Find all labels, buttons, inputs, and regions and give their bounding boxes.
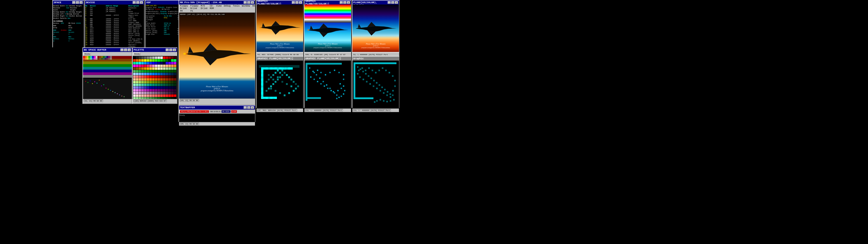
palette-color-144[interactable]	[133, 81, 135, 83]
palette-color-14[interactable]	[171, 57, 174, 59]
palette-color-153[interactable]	[158, 81, 160, 83]
palette-color-38[interactable]	[149, 62, 152, 64]
device-maximize-button[interactable]: □	[136, 1, 140, 4]
space-close-button[interactable]: ✕	[80, 1, 83, 4]
menu-debug[interactable]: Debug	[224, 5, 230, 12]
palette-color-131[interactable]	[141, 78, 144, 81]
palette-color-111[interactable]	[174, 73, 176, 75]
palette-color-40[interactable]	[155, 62, 157, 64]
palette-color-219[interactable]	[163, 92, 165, 94]
palette-color-181[interactable]	[147, 86, 149, 89]
palette-color-155[interactable]	[163, 81, 165, 83]
palette-color-235[interactable]	[163, 94, 165, 97]
palette-color-23[interactable]	[152, 59, 155, 62]
palette-color-221[interactable]	[168, 92, 171, 94]
palette-color-1[interactable]	[136, 57, 138, 59]
palette-color-44[interactable]	[166, 62, 168, 64]
palette-color-12[interactable]	[166, 57, 168, 59]
palette-color-249[interactable]	[158, 97, 160, 99]
graphic2-maximize-button[interactable]: □	[343, 1, 346, 4]
palette-color-70[interactable]	[149, 67, 152, 70]
palette-color-34[interactable]	[138, 62, 141, 64]
palette-color-116[interactable]	[144, 75, 147, 78]
palette-color-232[interactable]	[155, 94, 157, 97]
palette-color-60[interactable]	[166, 65, 168, 67]
palette-color-134[interactable]	[149, 78, 152, 81]
palette-color-122[interactable]	[160, 75, 163, 78]
palette-color-197[interactable]	[147, 89, 149, 92]
palette-color-11[interactable]	[163, 57, 165, 59]
palette-color-26[interactable]	[160, 59, 163, 62]
palette-color-96[interactable]	[133, 73, 135, 75]
palette-color-139[interactable]	[163, 78, 165, 81]
palette-color-48[interactable]	[133, 65, 135, 67]
palette-color-3[interactable]	[141, 57, 144, 59]
palette-color-76[interactable]	[166, 67, 168, 70]
palette-color-190[interactable]	[171, 86, 174, 89]
palette-color-121[interactable]	[158, 75, 160, 78]
palette-color-25[interactable]	[158, 59, 160, 62]
palette-color-175[interactable]	[174, 84, 176, 86]
menu-modrive[interactable]: M/O Drive	[201, 5, 208, 12]
palette-color-213[interactable]	[147, 92, 149, 94]
palette-color-129[interactable]	[136, 78, 138, 81]
palette-color-236[interactable]	[166, 94, 168, 97]
mrpro-close-button[interactable]: ✕	[251, 1, 254, 4]
palette-color-168[interactable]	[155, 84, 157, 86]
palette-color-102[interactable]	[149, 73, 152, 75]
palette-color-90[interactable]	[160, 70, 163, 72]
palette-color-245[interactable]	[147, 97, 149, 99]
palette-color-191[interactable]	[174, 86, 176, 89]
palette-color-28[interactable]	[166, 59, 168, 62]
palette-color-163[interactable]	[141, 84, 144, 86]
textbuffer-minimize-button[interactable]: _	[244, 106, 247, 109]
palette-color-52[interactable]	[144, 65, 147, 67]
palette-color-69[interactable]	[147, 67, 149, 70]
palette-color-41[interactable]	[158, 62, 160, 64]
palette-color-51[interactable]	[141, 65, 144, 67]
palette-color-22[interactable]	[149, 59, 152, 62]
palette-color-184[interactable]	[155, 86, 157, 89]
palette-color-151[interactable]	[152, 81, 155, 83]
palette-color-120[interactable]	[155, 75, 157, 78]
palette-color-165[interactable]	[147, 84, 149, 86]
palette-color-223[interactable]	[174, 92, 176, 94]
palette-color-56[interactable]	[155, 65, 157, 67]
graphic1-minimize-button[interactable]: _	[292, 1, 295, 4]
menu-view[interactable]: View	[216, 5, 221, 12]
palette-grid[interactable]	[133, 57, 177, 99]
palette-color-105[interactable]	[158, 73, 160, 75]
palette-color-108[interactable]	[166, 73, 168, 75]
palette-color-220[interactable]	[166, 92, 168, 94]
palette-color-71[interactable]	[152, 67, 155, 70]
palette-color-74[interactable]	[160, 67, 163, 70]
palette-color-33[interactable]	[136, 62, 138, 64]
palette-color-246[interactable]	[149, 97, 152, 99]
palette-color-189[interactable]	[168, 86, 171, 89]
palette-color-128[interactable]	[133, 78, 135, 81]
palette-color-201[interactable]	[158, 89, 160, 92]
palette-color-47[interactable]	[174, 62, 176, 64]
palette-color-19[interactable]	[141, 59, 144, 62]
palette-color-147[interactable]	[141, 81, 144, 83]
palette-color-16[interactable]	[133, 59, 135, 62]
palette-color-160[interactable]	[133, 84, 135, 86]
palette-color-193[interactable]	[136, 89, 138, 92]
palette-color-247[interactable]	[152, 97, 155, 99]
palette-color-67[interactable]	[141, 67, 144, 70]
palette-color-17[interactable]	[136, 59, 138, 62]
palette-tool-1[interactable]: Ready	[133, 53, 141, 55]
palette-color-169[interactable]	[158, 84, 160, 86]
palette-color-101[interactable]	[147, 73, 149, 75]
palette-color-171[interactable]	[163, 84, 165, 86]
palette-color-187[interactable]	[163, 86, 165, 89]
graphic1-close-button[interactable]: ✕	[299, 1, 302, 4]
palette-color-24[interactable]	[155, 59, 157, 62]
palette-minimize-button[interactable]: _	[166, 49, 169, 51]
palette-color-53[interactable]	[147, 65, 149, 67]
palette-color-65[interactable]	[136, 67, 138, 70]
space-maximize-button[interactable]: □	[76, 1, 79, 4]
palette-color-45[interactable]	[168, 62, 171, 64]
palette-color-185[interactable]	[158, 86, 160, 89]
palette-color-8[interactable]	[155, 57, 157, 59]
